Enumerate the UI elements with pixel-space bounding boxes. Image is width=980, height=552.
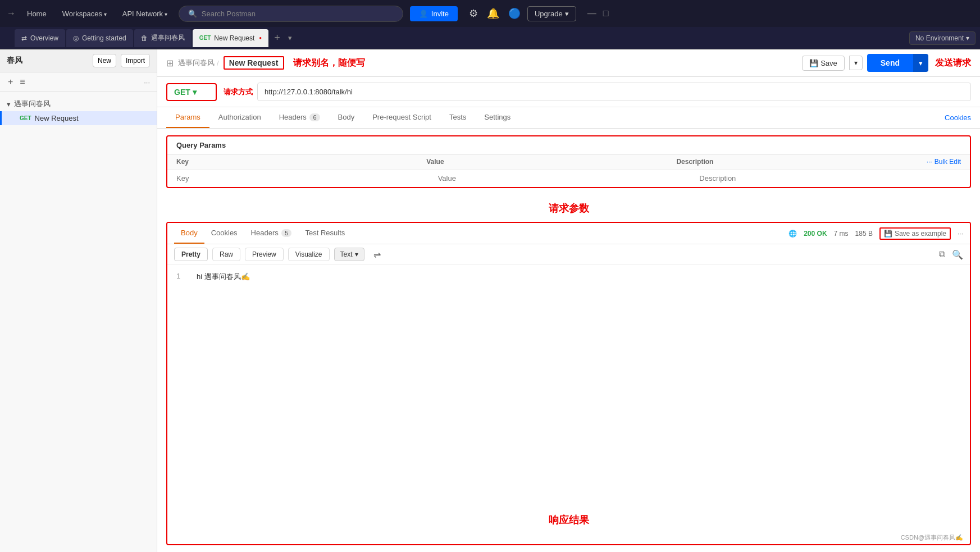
tab-params[interactable]: Params — [166, 107, 209, 128]
tab-chevron-icon[interactable]: ▾ — [286, 34, 294, 42]
send-chevron[interactable]: ▾ — [913, 54, 928, 72]
invite-button[interactable]: 👤 Invite — [410, 6, 458, 21]
more-icon[interactable]: ··· — [144, 78, 150, 86]
bulk-edit-button[interactable]: ··· Bulk Edit — [927, 158, 961, 166]
globe-icon: 🌐 — [788, 230, 797, 238]
more-icon[interactable]: ··· — [958, 230, 963, 238]
cookies-link[interactable]: Cookies — [945, 113, 971, 122]
unsaved-dot: ● — [259, 35, 262, 40]
collection-name: 遇事问春风 — [14, 99, 51, 109]
method-label: GET — [174, 88, 190, 97]
tab-pre-request[interactable]: Pre-request Script — [363, 107, 440, 128]
minimize-button[interactable]: — — [587, 8, 596, 19]
tab-yushiwenchunfeng[interactable]: 🗑 遇事问春风 — [134, 29, 192, 47]
add-icon[interactable]: + — [7, 76, 14, 88]
request-panel: ⊞ 遇事问春风 / New Request 请求别名，随便写 💾 Save ▾ … — [157, 49, 980, 552]
get-badge: GET — [199, 35, 211, 41]
send-button[interactable]: Send — [867, 54, 913, 72]
key-cell[interactable] — [176, 174, 434, 183]
annotation-params: 请求参数 — [157, 195, 980, 222]
save-chevron[interactable]: ▾ — [849, 56, 863, 70]
format-raw[interactable]: Raw — [212, 248, 240, 261]
upgrade-button[interactable]: Upgrade ▾ — [527, 6, 576, 21]
description-input[interactable] — [699, 174, 956, 183]
url-input[interactable] — [257, 83, 971, 101]
sidebar-toolbar: + ≡ ··· — [0, 72, 157, 92]
annotation-name: 请求别名，随便写 — [293, 57, 365, 69]
import-button[interactable]: Import — [121, 54, 150, 67]
tab-tests[interactable]: Tests — [440, 107, 475, 128]
tab-authorization[interactable]: Authorization — [209, 107, 270, 128]
value-input[interactable] — [438, 174, 695, 183]
more-icon: ··· — [927, 158, 932, 166]
settings-icon[interactable]: ⚙ — [469, 7, 478, 20]
copy-icon[interactable]: ⧉ — [939, 249, 945, 260]
forward-icon[interactable]: → — [7, 8, 16, 19]
annotation-method: 请求方式 — [224, 87, 253, 97]
tab-getting-started[interactable]: ◎ Getting started — [66, 29, 133, 47]
avatar-icon[interactable]: 🔵 — [508, 7, 521, 20]
maximize-button[interactable]: □ — [603, 8, 609, 19]
add-tab-button[interactable]: + — [270, 32, 285, 44]
main-layout: 春风 New Import + ≡ ··· ▾ 遇事问春风 GET New Re… — [0, 49, 980, 552]
new-button[interactable]: New — [93, 54, 116, 67]
text-format-select[interactable]: Text ▾ — [334, 248, 364, 261]
key-input[interactable] — [176, 174, 434, 183]
resp-toolbar-right: ⧉ 🔍 — [939, 249, 963, 260]
search-bar[interactable]: 🔍 Search Postman — [179, 6, 403, 22]
request-name-box[interactable]: New Request — [224, 56, 284, 70]
sidebar-header: 春风 New Import — [0, 49, 157, 72]
description-cell[interactable] — [699, 174, 956, 183]
workspaces-menu[interactable]: Workspaces — [58, 7, 111, 20]
value-cell[interactable] — [438, 174, 695, 183]
params-header: Key Value Description ··· Bulk Edit — [167, 154, 970, 170]
sidebar-item-new-request[interactable]: GET New Request — [0, 111, 157, 125]
request-name: New Request — [35, 114, 79, 122]
status-badge: 200 OK — [804, 230, 827, 238]
breadcrumb-icon: ⊞ — [166, 58, 174, 69]
response-body: 1 hi 遇事问春风✍ — [167, 265, 970, 509]
breadcrumb-collection: 遇事问春风 — [178, 58, 215, 68]
method-select[interactable]: GET ▾ — [166, 83, 217, 101]
environment-selector[interactable]: No Environment ▾ — [909, 31, 976, 45]
line-content: hi 遇事问春风✍ — [197, 272, 250, 282]
key-header: Key — [176, 158, 426, 166]
send-area: Send ▾ — [867, 54, 928, 72]
window-controls: — □ — [587, 8, 609, 19]
response-section: Body Cookies Headers 5 Test Results 🌐 20… — [166, 222, 971, 545]
request-tabs: Params Authorization Headers 6 Body Pre-… — [157, 107, 980, 129]
tab-overview[interactable]: ⇄ Overview — [15, 29, 65, 47]
chevron-icon: ▾ — [7, 100, 11, 108]
api-network-menu[interactable]: API Network — [118, 7, 172, 20]
response-toolbar: Pretty Raw Preview Visualize Text ▾ ⇌ ⧉ … — [167, 244, 970, 265]
tab-headers[interactable]: Headers 6 — [270, 107, 329, 128]
collection-header[interactable]: ▾ 遇事问春风 — [0, 97, 157, 111]
save-button[interactable]: 💾 Save — [802, 56, 845, 71]
format-pretty[interactable]: Pretty — [174, 248, 208, 261]
url-bar: GET ▾ 请求方式 — [157, 77, 980, 107]
resp-tab-test-results[interactable]: Test Results — [298, 223, 352, 244]
tab-settings[interactable]: Settings — [475, 107, 519, 128]
search-icon[interactable]: 🔍 — [952, 249, 963, 260]
nav-icons: ⚙ 🔔 🔵 — [469, 7, 521, 20]
save-example-button[interactable]: 💾 Save as example — [879, 227, 951, 240]
resp-status-area: 🌐 200 OK 7 ms 185 B 💾 Save as example ··… — [788, 227, 963, 240]
filter-icon[interactable]: ⇌ — [373, 249, 381, 260]
resp-tab-headers[interactable]: Headers 5 — [244, 223, 299, 244]
save-icon: 💾 — [884, 230, 892, 238]
sidebar-actions: New Import — [93, 54, 150, 67]
format-preview[interactable]: Preview — [245, 248, 284, 261]
save-icon: 💾 — [809, 59, 818, 67]
tab-body[interactable]: Body — [329, 107, 364, 128]
format-visualize[interactable]: Visualize — [288, 248, 330, 261]
resp-tab-cookies[interactable]: Cookies — [204, 223, 244, 244]
list-icon[interactable]: ≡ — [19, 76, 26, 88]
request-header: ⊞ 遇事问春风 / New Request 请求别名，随便写 💾 Save ▾ … — [157, 49, 980, 77]
value-header: Value — [426, 158, 676, 166]
tab-new-request[interactable]: GET New Request ● — [193, 29, 268, 47]
tab-bar: ⇄ Overview ◎ Getting started 🗑 遇事问春风 GET… — [0, 27, 980, 49]
method-badge: GET — [20, 115, 31, 121]
bell-icon[interactable]: 🔔 — [487, 7, 499, 20]
home-link[interactable]: Home — [22, 7, 51, 20]
resp-tab-body[interactable]: Body — [174, 223, 204, 244]
